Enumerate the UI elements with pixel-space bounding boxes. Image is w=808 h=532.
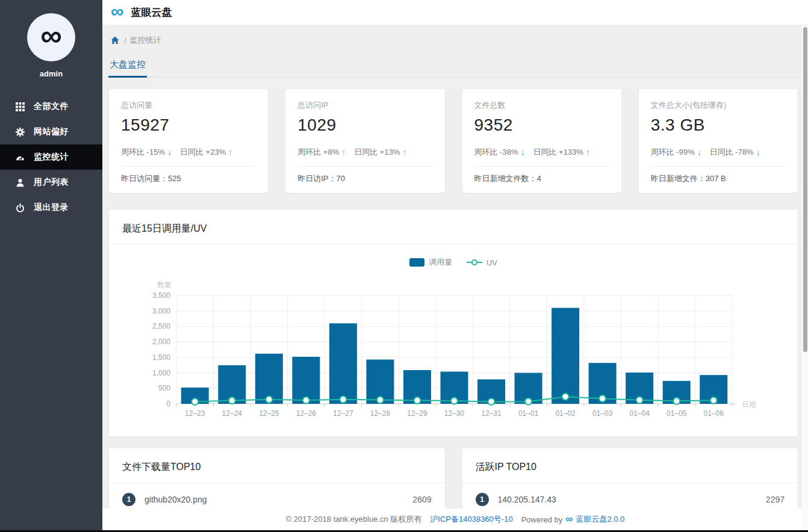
uv-point-12-24 <box>229 397 235 404</box>
trend-day: 日同比 +23% <box>180 147 226 158</box>
top-header: ∞ 蓝眼云盘 <box>102 0 808 25</box>
stat-footer-label: 昨日访问量： <box>121 174 168 183</box>
sidebar-item-all-files[interactable]: 全部文件 <box>0 94 102 119</box>
svg-text:01–05: 01–05 <box>667 409 687 418</box>
sidebar-item-label: 监控统计 <box>34 152 69 162</box>
stat-value: 15927 <box>121 116 256 135</box>
uv-point-01-02 <box>562 394 569 400</box>
trend-arrow-icon: ↑ <box>402 147 406 157</box>
list-title: 活跃IP TOP10 <box>462 448 798 483</box>
sidebar-item-monitor-stats[interactable]: 监控统计 <box>0 144 102 170</box>
stat-card-row: 总访问量 15927 周环比 -15%↓ 日同比 +23%↑ 昨日访问量：525… <box>108 88 798 193</box>
sidebar-item-label: 用户列表 <box>34 177 69 188</box>
trend-arrow-icon: ↓ <box>520 147 524 157</box>
avatar-logo-icon: ∞ <box>40 20 62 51</box>
stat-trends: 周环比 -15%↓ 日同比 +23%↑ <box>121 147 256 158</box>
stat-label: 文件总大小(包括缓存) <box>651 100 786 111</box>
divider <box>297 166 432 167</box>
svg-text:12–27: 12–27 <box>333 409 353 418</box>
uv-point-01-06 <box>710 397 717 404</box>
scrollbar-thumb[interactable] <box>803 27 807 352</box>
stat-footer-label: 昨日访IP： <box>297 174 336 183</box>
trend-day: 日同比 +133% <box>533 147 583 158</box>
product-link[interactable]: 蓝眼云盘2.0.0 <box>576 514 624 525</box>
bar-12-27 <box>329 323 357 404</box>
svg-text:3,500: 3,500 <box>152 291 170 300</box>
trend-arrow-icon: ↑ <box>341 147 346 157</box>
stat-card-total-ips: 总访问IP 1029 周环比 +8%↑ 日同比 +13%↑ 昨日访IP：70 <box>285 88 445 193</box>
stat-label: 总访问量 <box>121 100 256 111</box>
uv-point-12-27 <box>340 396 346 403</box>
app-logo-icon: ∞ <box>111 2 123 20</box>
legend-item-bar[interactable]: 调用量 <box>409 257 452 268</box>
stat-footer-label: 昨日新增文件数： <box>474 174 537 183</box>
stat-value: 9352 <box>474 116 609 135</box>
stat-footer-value: 70 <box>337 174 345 183</box>
svg-text:01–02: 01–02 <box>555 409 576 418</box>
svg-text:01–01: 01–01 <box>518 409 539 418</box>
sidebar-item-label: 网站偏好 <box>34 126 69 137</box>
app-title: 蓝眼云盘 <box>131 5 172 19</box>
trend-arrow-icon: ↓ <box>697 147 701 157</box>
sidebar-item-user-list[interactable]: 用户列表 <box>0 170 102 195</box>
chart-legend: 调用量 UV <box>109 257 798 268</box>
svg-text:0: 0 <box>166 400 170 408</box>
legend-label: 调用量 <box>429 257 452 268</box>
scrollbar-track[interactable] <box>802 26 808 530</box>
download-count: 2609 <box>412 495 431 504</box>
stat-value: 1029 <box>297 116 432 135</box>
copyright-text: © 2017-2018 tank.eyeblue.cn 版权所有 <box>286 514 422 525</box>
svg-text:日期: 日期 <box>742 400 756 409</box>
uv-point-12-23 <box>191 398 198 405</box>
trend-day: 日同比 -78% <box>710 147 754 158</box>
svg-text:12–30: 12–30 <box>444 409 465 418</box>
dashboard-icon <box>16 153 25 162</box>
uv-point-12-26 <box>303 397 309 404</box>
home-icon[interactable] <box>111 36 119 45</box>
divider <box>109 244 798 245</box>
tab-bar: 大盘监控 <box>108 59 800 78</box>
stat-card-total-size: 文件总大小(包括缓存) 3.3 GB 周环比 -99%↓ 日同比 -78%↓ 昨… <box>638 88 798 193</box>
avatar[interactable]: ∞ <box>27 13 75 61</box>
icp-link[interactable]: 沪ICP备14038360号-10 <box>430 514 512 525</box>
svg-text:01–03: 01–03 <box>592 409 613 418</box>
bar-swatch-icon <box>409 258 424 267</box>
chart-card: 最近15日调用量/UV 调用量 UV 05001,0001,5002,0002,… <box>108 209 798 437</box>
svg-text:数量: 数量 <box>157 280 172 289</box>
svg-text:01–04: 01–04 <box>629 409 650 418</box>
stat-value: 3.3 GB <box>651 116 786 135</box>
stat-footer-value: 525 <box>168 174 181 183</box>
stat-trends: 周环比 +8%↑ 日同比 +13%↑ <box>297 147 432 158</box>
uv-point-01-03 <box>599 395 606 402</box>
svg-text:12–26: 12–26 <box>296 409 317 418</box>
legend-item-line[interactable]: UV <box>467 258 497 267</box>
svg-text:12–29: 12–29 <box>407 409 427 418</box>
svg-text:3,000: 3,000 <box>152 307 170 315</box>
divider <box>121 166 256 167</box>
stat-label: 文件总数 <box>474 100 609 111</box>
uv-point-12-28 <box>377 397 384 403</box>
rank-badge: 1 <box>122 493 135 506</box>
page-footer: © 2017-2018 tank.eyeblue.cn 版权所有 沪ICP备14… <box>102 509 808 530</box>
sidebar-item-logout[interactable]: 退出登录 <box>0 195 102 220</box>
rank-badge: 1 <box>476 493 489 506</box>
uv-point-01-05 <box>673 398 680 404</box>
uv-point-12-31 <box>488 398 495 405</box>
sidebar: ∞ admin 全部文件 <box>0 0 102 532</box>
divider <box>474 166 609 167</box>
stat-footer-value: 4 <box>537 174 541 183</box>
main-content: ∞ 蓝眼云盘 / 监控统计 大盘监控 总访问量 15927 周环比 -15%↓ … <box>102 0 808 532</box>
breadcrumb: / 监控统计 <box>111 35 808 46</box>
svg-text:1,000: 1,000 <box>152 369 170 377</box>
tab-dashboard-monitor[interactable]: 大盘监控 <box>108 59 147 78</box>
trend-day: 日同比 +13% <box>354 147 400 158</box>
trend-week: 周环比 -99% <box>651 147 695 158</box>
uv-point-01-01 <box>525 398 532 405</box>
stat-trends: 周环比 -38%↓ 日同比 +133%↑ <box>474 147 609 158</box>
uv-point-12-29 <box>414 397 420 404</box>
svg-text:12–31: 12–31 <box>481 409 502 418</box>
app-window: ∞ admin 全部文件 <box>0 0 808 532</box>
stat-footer-value: 307 B <box>706 174 726 183</box>
trend-arrow-icon: ↓ <box>167 147 172 157</box>
sidebar-item-site-preferences[interactable]: 网站偏好 <box>0 119 102 144</box>
